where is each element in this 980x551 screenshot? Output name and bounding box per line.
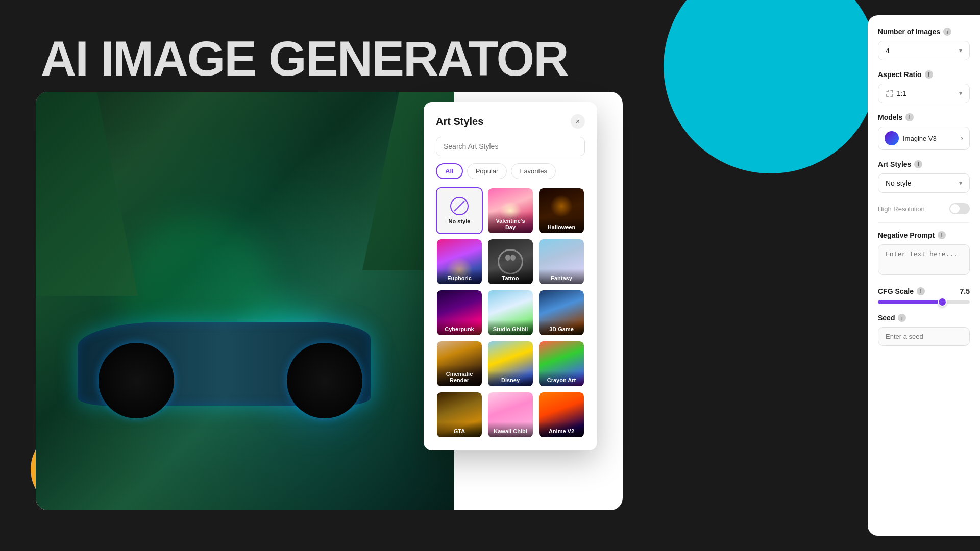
modal-close-button[interactable]: × xyxy=(571,114,585,129)
high-resolution-label: High Resolution xyxy=(878,205,925,213)
style-item-cyberpunk[interactable]: Cyberpunk xyxy=(436,289,483,336)
negative-prompt-input[interactable] xyxy=(878,244,970,275)
art-styles-label: Art Styles i xyxy=(878,160,970,168)
anime-label: Anime V2 xyxy=(539,422,584,437)
style-item-kawaii[interactable]: Kawaii Chibi xyxy=(487,391,534,438)
cfg-scale-info-icon[interactable]: i xyxy=(917,287,925,295)
art-styles-section: Art Styles i No style ▾ xyxy=(878,160,970,193)
ghibli-label: Studio Ghibli xyxy=(488,320,533,335)
filter-tab-popular[interactable]: Popular xyxy=(467,163,507,179)
modal-title: Art Styles xyxy=(436,116,483,128)
negative-prompt-section: Negative Prompt i xyxy=(878,231,970,277)
negative-prompt-label: Negative Prompt i xyxy=(878,231,970,239)
cfg-scale-section: CFG Scale i 7.5 xyxy=(878,287,970,304)
style-item-no-style[interactable]: No style xyxy=(436,187,483,234)
dropdown-arrow-aspect: ▾ xyxy=(959,90,962,97)
models-section: Models i Imagine V3 › xyxy=(878,113,970,150)
style-item-crayon[interactable]: Crayon Art xyxy=(538,340,585,387)
page-title: AI IMAGE GENERATOR xyxy=(41,31,568,87)
aspect-ratio-section: Aspect Ratio i 1:1 ▾ xyxy=(878,70,970,103)
art-styles-value: No style xyxy=(886,179,912,187)
dropdown-arrow-images: ▾ xyxy=(959,47,962,54)
dropdown-arrow-art-styles: ▾ xyxy=(959,180,962,187)
wheel-left xyxy=(99,343,174,418)
style-item-3dgame[interactable]: 3D Game xyxy=(538,289,585,336)
number-of-images-dropdown[interactable]: 4 ▾ xyxy=(878,41,970,60)
models-label: Models i xyxy=(878,113,970,121)
aspect-ratio-info-icon[interactable]: i xyxy=(925,70,933,79)
slider-fill xyxy=(878,300,940,304)
art-styles-dropdown[interactable]: No style ▾ xyxy=(878,173,970,193)
aspect-ratio-dropdown[interactable]: 1:1 ▾ xyxy=(878,84,970,103)
high-resolution-row: High Resolution xyxy=(878,203,970,214)
cfg-scale-label: CFG Scale i xyxy=(878,287,925,295)
slider-thumb[interactable] xyxy=(938,297,947,307)
crayon-label: Crayon Art xyxy=(539,371,584,386)
style-item-halloween[interactable]: Halloween xyxy=(538,187,585,234)
owl-eye-l xyxy=(505,255,510,261)
divider-1 xyxy=(878,222,970,223)
number-of-images-label: Number of Images i xyxy=(878,28,970,36)
model-avatar xyxy=(885,131,899,145)
cyberpunk-label: Cyberpunk xyxy=(437,320,482,335)
models-dropdown[interactable]: Imagine V3 › xyxy=(878,127,970,150)
valentines-label: Valentine's Day xyxy=(488,212,533,233)
seed-label: Seed i xyxy=(878,314,970,322)
game3d-label: 3D Game xyxy=(539,320,584,335)
style-item-anime[interactable]: Anime V2 xyxy=(538,391,585,438)
style-item-valentines[interactable]: Valentine's Day xyxy=(487,187,534,234)
aspect-ratio-icon xyxy=(886,89,894,97)
generated-image xyxy=(36,92,454,510)
bg-decoration-teal xyxy=(664,0,878,173)
aspect-ratio-label: Aspect Ratio i xyxy=(878,70,970,79)
cfg-scale-row: CFG Scale i 7.5 xyxy=(878,287,970,295)
cinematic-label: Cinematic Render xyxy=(437,365,482,386)
art-style-search-input[interactable] xyxy=(436,137,585,156)
no-style-icon xyxy=(450,197,469,215)
style-item-fantasy[interactable]: Fantasy xyxy=(538,238,585,285)
styles-grid: No style Valentine's Day Halloween Eupho… xyxy=(436,187,585,438)
filter-tab-all[interactable]: All xyxy=(436,163,463,179)
style-item-euphoric[interactable]: Euphoric xyxy=(436,238,483,285)
owl-eye-r xyxy=(510,255,516,261)
euphoric-label: Euphoric xyxy=(437,269,482,284)
filter-tabs: All Popular Favorites xyxy=(436,163,585,179)
cfg-scale-slider[interactable] xyxy=(878,300,970,304)
style-item-tattoo[interactable]: Tattoo xyxy=(487,238,534,285)
filter-tab-favorites[interactable]: Favorites xyxy=(511,163,555,179)
art-styles-modal: Art Styles × All Popular Favorites No st… xyxy=(424,102,597,450)
number-of-images-section: Number of Images i 4 ▾ xyxy=(878,28,970,60)
style-item-cinematic[interactable]: Cinematic Render xyxy=(436,340,483,387)
model-row-arrow: › xyxy=(961,134,963,143)
number-of-images-info-icon[interactable]: i xyxy=(943,28,951,36)
seed-input[interactable] xyxy=(878,327,970,346)
model-name: Imagine V3 xyxy=(903,135,937,142)
models-info-icon[interactable]: i xyxy=(905,113,914,121)
no-style-label: No style xyxy=(449,218,471,224)
style-item-disney[interactable]: Disney xyxy=(487,340,534,387)
settings-panel: Number of Images i 4 ▾ Aspect Ratio i 1:… xyxy=(868,15,980,536)
cfg-scale-value: 7.5 xyxy=(960,287,970,295)
seed-info-icon[interactable]: i xyxy=(898,314,906,322)
high-resolution-toggle[interactable] xyxy=(949,203,970,214)
disney-label: Disney xyxy=(488,371,533,386)
seed-section: Seed i xyxy=(878,314,970,346)
wheel-right xyxy=(287,343,362,418)
halloween-label: Halloween xyxy=(539,218,584,233)
kawaii-label: Kawaii Chibi xyxy=(488,422,533,437)
style-item-ghibli[interactable]: Studio Ghibli xyxy=(487,289,534,336)
negative-prompt-info-icon[interactable]: i xyxy=(938,231,946,239)
tattoo-label: Tattoo xyxy=(488,269,533,284)
style-item-gta[interactable]: GTA xyxy=(436,391,483,438)
fantasy-label: Fantasy xyxy=(539,269,584,284)
art-styles-info-icon[interactable]: i xyxy=(914,160,922,168)
modal-header: Art Styles × xyxy=(436,114,585,129)
gta-label: GTA xyxy=(437,422,482,437)
